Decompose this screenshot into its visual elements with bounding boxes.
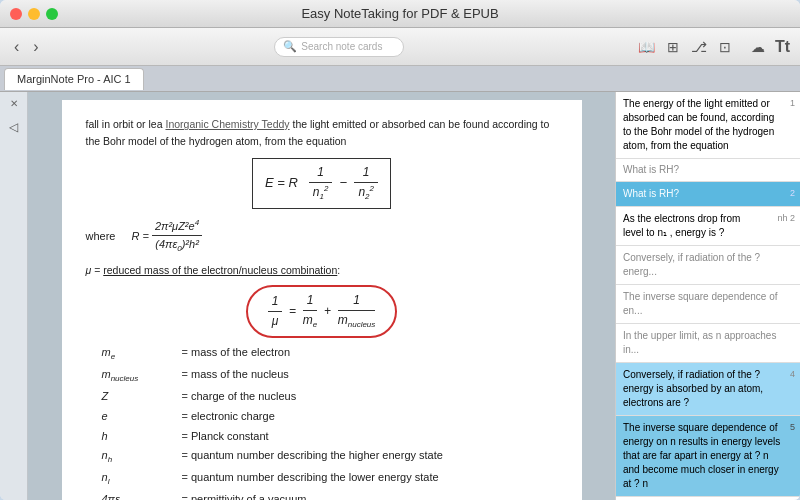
main-equation: E = R 1 n12 − 1 n22 <box>86 158 558 209</box>
main-content: ✕ ◁ fall in orbit or lea Inorganic Chemi… <box>0 92 800 500</box>
pdf-text: fall in orbit or lea Inorganic Chemistry… <box>86 116 558 500</box>
note-card-4[interactable]: nh 2 As the electrons drop from level to… <box>616 207 800 246</box>
card-num-1: 1 <box>790 97 795 110</box>
collapse-arrow[interactable]: › <box>615 281 616 311</box>
def-nl: nl= quantum number describing the lower … <box>102 469 558 489</box>
search-icon: 🔍 <box>283 40 297 53</box>
tab-bar: MarginNote Pro - AIC 1 <box>0 66 800 92</box>
grid-icon[interactable]: ⊡ <box>717 37 733 57</box>
card-text-2: What is RH? <box>623 163 793 177</box>
search-placeholder: Search note cards <box>301 41 382 52</box>
toolbar: ‹ › 🔍 Search note cards 📖 ⊞ ⎇ ⊡ ☁ Tt <box>0 28 800 66</box>
tab-label: MarginNote Pro - AIC 1 <box>17 73 131 85</box>
equation-box: E = R 1 n12 − 1 n22 <box>252 158 391 209</box>
note-card-5[interactable]: Conversely, if radiation of the ? energ.… <box>616 246 800 285</box>
note-card-8[interactable]: 4 Conversely, if radiation of the ? ener… <box>616 363 800 416</box>
minimize-button[interactable] <box>28 8 40 20</box>
card-text-1: The energy of the light emitted or absor… <box>623 97 793 153</box>
maximize-button[interactable] <box>46 8 58 20</box>
card-num-3: 2 <box>790 187 795 200</box>
definitions-list: me= mass of the electron mnucleus= mass … <box>102 344 558 500</box>
search-box: 🔍 Search note cards <box>274 37 404 57</box>
note-card-3[interactable]: 2 What is RH? <box>616 182 800 207</box>
note-card-2[interactable]: What is RH? <box>616 159 800 182</box>
close-button[interactable] <box>10 8 22 20</box>
card-text-6: The inverse square dependence of en... <box>623 290 793 318</box>
app-window: Easy NoteTaking for PDF & EPUB ‹ › 🔍 Sea… <box>0 0 800 500</box>
card-num-4: nh 2 <box>777 212 795 225</box>
title-bar: Easy NoteTaking for PDF & EPUB <box>0 0 800 28</box>
window-title: Easy NoteTaking for PDF & EPUB <box>301 6 498 21</box>
def-h: h= Planck constant <box>102 428 558 446</box>
def-me: me= mass of the electron <box>102 344 558 364</box>
note-card-1[interactable]: 1 The energy of the light emitted or abs… <box>616 92 800 159</box>
main-tab[interactable]: MarginNote Pro - AIC 1 <box>4 68 144 90</box>
def-mnucleus: mnucleus= mass of the nucleus <box>102 366 558 386</box>
left-sidebar: ✕ ◁ <box>0 92 28 500</box>
book-icon[interactable]: 📖 <box>636 37 657 57</box>
sidebar-top-icon: ✕ <box>10 98 18 109</box>
note-card-9[interactable]: 5 The inverse square dependence of energ… <box>616 416 800 497</box>
branch-icon[interactable]: ⎇ <box>689 37 709 57</box>
intro-text: fall in orbit or lea Inorganic Chemistry… <box>86 116 558 150</box>
def-4pie0: 4πε0= permittivity of a vacuum <box>102 491 558 500</box>
text-size-icon[interactable]: Tt <box>775 38 790 56</box>
card-text-7: In the upper limit, as n approaches in..… <box>623 329 793 357</box>
toolbar-left: ‹ › <box>10 36 43 58</box>
back-button[interactable]: ‹ <box>10 36 23 58</box>
card-text-5: Conversely, if radiation of the ? energ.… <box>623 251 793 279</box>
note-card-6[interactable]: The inverse square dependence of en... <box>616 285 800 324</box>
sidebar-arrow-icon[interactable]: ◁ <box>4 117 24 137</box>
card-num-8: 4 <box>790 368 795 381</box>
notes-panel: › 1 The energy of the light emitted or a… <box>615 92 800 500</box>
window-controls <box>10 8 58 20</box>
card-text-4: As the electrons drop from level to n₁ ,… <box>623 212 793 240</box>
mu-formula: 1 μ = 1 me + 1 mnucleus <box>86 285 558 338</box>
def-z: Z= charge of the nucleus <box>102 388 558 406</box>
card-text-3: What is RH? <box>623 187 793 201</box>
note-card-7[interactable]: In the upper limit, as n approaches in..… <box>616 324 800 363</box>
cards-icon[interactable]: ⊞ <box>665 37 681 57</box>
card-text-8: Conversely, if radiation of the ? energy… <box>623 368 793 410</box>
pdf-page: fall in orbit or lea Inorganic Chemistry… <box>62 100 582 500</box>
def-e: e= electronic charge <box>102 408 558 426</box>
def-nh: nh= quantum number describing the higher… <box>102 447 558 467</box>
cloud-icon[interactable]: ☁ <box>749 37 767 57</box>
pdf-area: fall in orbit or lea Inorganic Chemistry… <box>28 92 615 500</box>
mu-definition: μ = reduced mass of the electron/nucleus… <box>86 262 558 279</box>
card-text-9: The inverse square dependence of energy … <box>623 421 793 491</box>
forward-button[interactable]: › <box>29 36 42 58</box>
card-num-9: 5 <box>790 421 795 434</box>
where-line: where R = 2π²μZ²e4 (4πε0)²h² <box>86 217 558 256</box>
toolbar-right: 📖 ⊞ ⎇ ⊡ ☁ Tt <box>636 37 790 57</box>
